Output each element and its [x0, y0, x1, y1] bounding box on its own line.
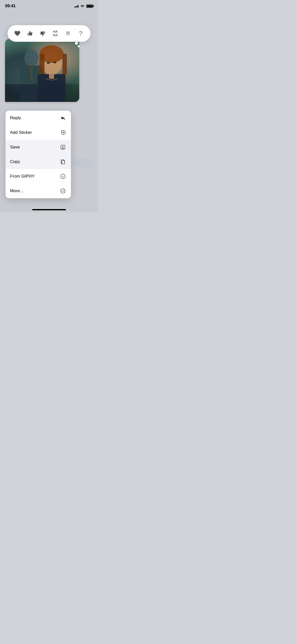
status-bar: 09:41 [0, 0, 98, 11]
battery-fill [87, 5, 92, 7]
reaction-tail-large [75, 42, 78, 45]
reaction-tail-small [78, 45, 80, 47]
reaction-exclaim[interactable]: !! [63, 29, 73, 38]
image-silhouette [5, 39, 79, 102]
svg-point-10 [47, 62, 50, 64]
svg-rect-6 [39, 54, 45, 76]
menu-item-save[interactable]: Save [6, 140, 71, 154]
svg-rect-17 [62, 160, 65, 164]
menu-item-reply[interactable]: Reply [6, 111, 71, 125]
reaction-heart[interactable] [13, 29, 22, 38]
question-label: ? [79, 30, 82, 37]
exclaim-label: !! [66, 30, 70, 37]
signal-bar-1 [74, 7, 75, 8]
reaction-thumbs-up[interactable] [25, 29, 35, 38]
status-time: 09:41 [5, 4, 16, 9]
menu-item-from-giphy-label: From GIPHY [10, 174, 34, 179]
reaction-haha[interactable]: HAHA [51, 29, 60, 38]
menu-item-copy-label: Copy [10, 159, 20, 164]
wifi-icon [80, 5, 84, 8]
content-layer: 09:41 [0, 0, 98, 212]
status-icons [74, 5, 93, 8]
menu-item-more[interactable]: More... [6, 184, 71, 198]
svg-point-21 [62, 191, 62, 191]
menu-item-reply-label: Reply [10, 115, 21, 120]
reaction-thumbs-down[interactable] [38, 29, 48, 38]
svg-rect-7 [62, 54, 67, 75]
menu-item-add-sticker-label: Add Sticker [10, 130, 32, 135]
menu-item-save-label: Save [10, 145, 20, 150]
menu-item-copy[interactable]: Copy [6, 154, 71, 169]
signal-bar-2 [75, 6, 76, 8]
battery-icon [86, 5, 93, 8]
menu-item-more-label: More... [10, 188, 23, 193]
reaction-question[interactable]: ? [76, 29, 86, 38]
signal-bar-3 [77, 6, 77, 8]
svg-point-23 [64, 191, 64, 191]
svg-rect-9 [49, 74, 54, 79]
svg-point-11 [53, 61, 56, 63]
message-bubble [5, 39, 79, 102]
home-indicator [32, 209, 66, 210]
copy-icon [59, 158, 66, 165]
add-sticker-icon [59, 129, 66, 136]
signal-icon [74, 5, 79, 8]
menu-item-add-sticker[interactable]: Add Sticker [6, 125, 71, 140]
svg-point-22 [63, 191, 63, 191]
haha-label: HAHA [53, 30, 58, 37]
svg-text:A: A [62, 175, 64, 178]
reply-icon [59, 114, 66, 122]
more-icon [59, 187, 66, 194]
message-image [5, 39, 79, 102]
from-giphy-icon: A [59, 173, 66, 180]
menu-item-from-giphy[interactable]: From GIPHY A [6, 169, 71, 184]
context-menu: Reply Add Sticker Save [6, 111, 71, 198]
reaction-bar: HAHA !! ? [8, 25, 91, 42]
save-icon [59, 144, 66, 151]
signal-bar-4 [78, 5, 78, 8]
